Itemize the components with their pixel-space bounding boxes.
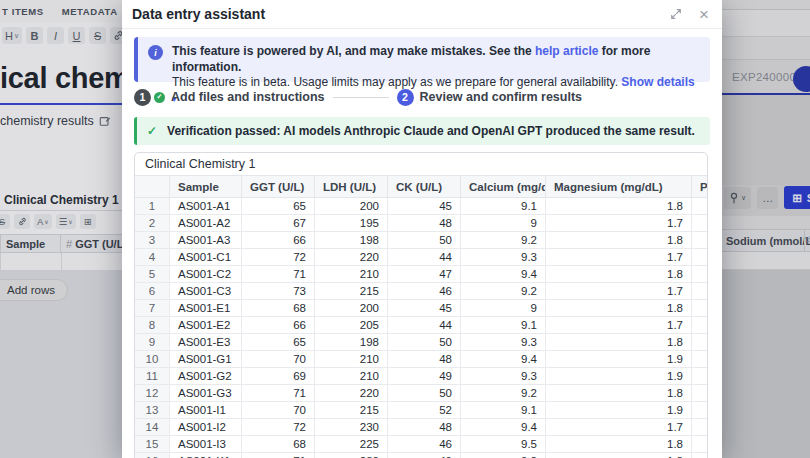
cell-magnesium[interactable]: 1.7: [546, 249, 692, 265]
cell-ldh[interactable]: 215: [315, 402, 388, 418]
cell-ldh[interactable]: 200: [315, 300, 388, 316]
cell-calcium[interactable]: 9.5: [461, 436, 546, 452]
cell-ph[interactable]: [692, 300, 708, 316]
cell-ck[interactable]: 49: [388, 453, 461, 458]
show-details-link[interactable]: Show details: [621, 75, 694, 89]
cell-sample[interactable]: AS001-A1: [170, 198, 242, 214]
cell-magnesium[interactable]: 1.9: [546, 368, 692, 384]
cell-ldh[interactable]: 225: [315, 436, 388, 452]
cell-ph[interactable]: [692, 198, 708, 214]
cell-ck[interactable]: 48: [388, 351, 461, 367]
cell-calcium[interactable]: 9.1: [461, 317, 546, 333]
cell-ggt[interactable]: 68: [242, 300, 315, 316]
cell-ck[interactable]: 49: [388, 368, 461, 384]
cell-ldh[interactable]: 215: [315, 283, 388, 299]
cell-ldh[interactable]: 205: [315, 317, 388, 333]
cell-calcium[interactable]: 9.3: [461, 249, 546, 265]
cell-ggt[interactable]: 66: [242, 317, 315, 333]
cell-ph[interactable]: [692, 283, 708, 299]
cell-ldh[interactable]: 220: [315, 385, 388, 401]
cell-sample[interactable]: AS001-G2: [170, 368, 242, 384]
cell-sample[interactable]: AS001-G3: [170, 385, 242, 401]
cell-ph[interactable]: [692, 215, 708, 231]
cell-calcium[interactable]: 9.4: [461, 266, 546, 282]
cell-ggt[interactable]: 70: [242, 351, 315, 367]
cell-ph[interactable]: [692, 249, 708, 265]
cell-ph[interactable]: [692, 436, 708, 452]
cell-calcium[interactable]: 9: [461, 300, 546, 316]
cell-ggt[interactable]: 71: [242, 453, 315, 458]
cell-magnesium[interactable]: 1.9: [546, 402, 692, 418]
cell-ldh[interactable]: 230: [315, 453, 388, 458]
help-article-link[interactable]: help article: [535, 44, 598, 58]
expand-icon[interactable]: [668, 6, 684, 22]
cell-ck[interactable]: 48: [388, 215, 461, 231]
cell-ph[interactable]: [692, 419, 708, 435]
cell-sample[interactable]: AS001-I3: [170, 436, 242, 452]
cell-magnesium[interactable]: 1.8: [546, 334, 692, 350]
cell-ph[interactable]: [692, 334, 708, 350]
cell-calcium[interactable]: 9.3: [461, 334, 546, 350]
cell-ggt[interactable]: 71: [242, 385, 315, 401]
cell-sample[interactable]: AS001-A3: [170, 232, 242, 248]
cell-calcium[interactable]: 9.2: [461, 232, 546, 248]
cell-sample[interactable]: AS001-G1: [170, 351, 242, 367]
cell-ph[interactable]: [692, 368, 708, 384]
cell-ph[interactable]: [692, 453, 708, 458]
cell-magnesium[interactable]: 1.8: [546, 198, 692, 214]
cell-calcium[interactable]: 9.3: [461, 368, 546, 384]
cell-ck[interactable]: 47: [388, 266, 461, 282]
cell-ggt[interactable]: 68: [242, 436, 315, 452]
cell-ldh[interactable]: 210: [315, 368, 388, 384]
cell-magnesium[interactable]: 1.7: [546, 215, 692, 231]
cell-ldh[interactable]: 195: [315, 215, 388, 231]
cell-magnesium[interactable]: 1.7: [546, 317, 692, 333]
cell-ck[interactable]: 52: [388, 402, 461, 418]
cell-sample[interactable]: AS001-C2: [170, 266, 242, 282]
cell-ggt[interactable]: 72: [242, 249, 315, 265]
cell-ck[interactable]: 48: [388, 419, 461, 435]
cell-sample[interactable]: AS001-E2: [170, 317, 242, 333]
cell-sample[interactable]: AS001-I1: [170, 402, 242, 418]
cell-calcium[interactable]: 9.1: [461, 198, 546, 214]
cell-ck[interactable]: 44: [388, 249, 461, 265]
cell-calcium[interactable]: 9.4: [461, 351, 546, 367]
cell-ck[interactable]: 44: [388, 317, 461, 333]
cell-ldh[interactable]: 220: [315, 249, 388, 265]
cell-calcium[interactable]: 9: [461, 215, 546, 231]
cell-ldh[interactable]: 200: [315, 198, 388, 214]
cell-magnesium[interactable]: 1.8: [546, 266, 692, 282]
cell-ldh[interactable]: 210: [315, 266, 388, 282]
cell-ggt[interactable]: 71: [242, 266, 315, 282]
cell-ldh[interactable]: 198: [315, 334, 388, 350]
cell-calcium[interactable]: 9.2: [461, 385, 546, 401]
cell-sample[interactable]: AS001-I2: [170, 419, 242, 435]
cell-ggt[interactable]: 66: [242, 232, 315, 248]
cell-ggt[interactable]: 67: [242, 215, 315, 231]
cell-magnesium[interactable]: 1.8: [546, 385, 692, 401]
cell-ldh[interactable]: 230: [315, 419, 388, 435]
cell-ck[interactable]: 45: [388, 300, 461, 316]
cell-ck[interactable]: 50: [388, 385, 461, 401]
cell-ph[interactable]: [692, 317, 708, 333]
cell-magnesium[interactable]: 1.7: [546, 419, 692, 435]
cell-magnesium[interactable]: 1.8: [546, 232, 692, 248]
cell-ph[interactable]: [692, 351, 708, 367]
cell-ldh[interactable]: 198: [315, 232, 388, 248]
cell-sample[interactable]: AS001-C3: [170, 283, 242, 299]
cell-ldh[interactable]: 210: [315, 351, 388, 367]
cell-magnesium[interactable]: 1.9: [546, 351, 692, 367]
cell-magnesium[interactable]: 1.8: [546, 453, 692, 458]
cell-sample[interactable]: AS001-K1: [170, 453, 242, 458]
cell-ck[interactable]: 46: [388, 283, 461, 299]
close-icon[interactable]: ×: [696, 6, 712, 22]
cell-ck[interactable]: 50: [388, 334, 461, 350]
cell-magnesium[interactable]: 1.7: [546, 283, 692, 299]
cell-ph[interactable]: [692, 266, 708, 282]
cell-sample[interactable]: AS001-C1: [170, 249, 242, 265]
cell-sample[interactable]: AS001-E3: [170, 334, 242, 350]
cell-ggt[interactable]: 65: [242, 198, 315, 214]
cell-ph[interactable]: [692, 385, 708, 401]
cell-calcium[interactable]: 9.2: [461, 453, 546, 458]
cell-ggt[interactable]: 70: [242, 402, 315, 418]
